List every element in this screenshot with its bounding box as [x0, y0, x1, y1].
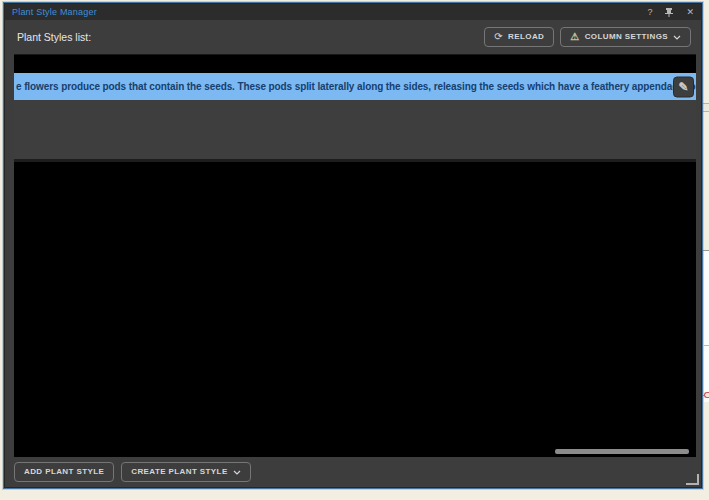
panel-body: Plant Style Manager ? ✕ Plant Styles lis… — [5, 4, 701, 487]
background-artifact-line — [703, 250, 709, 251]
chevron-down-icon — [673, 35, 681, 40]
plant-styles-list-label: Plant Styles list: — [17, 31, 91, 43]
titlebar-controls: ? ✕ — [647, 8, 694, 17]
create-plant-style-button[interactable]: CREATE PLANT STYLE — [121, 462, 250, 482]
footer-bar: ADD PLANT STYLE CREATE PLANT STYLE — [5, 457, 701, 487]
background-artifact-white-strip — [704, 250, 709, 402]
toolbar-buttons: ⟳ RELOAD ⚠ COLUMN SETTINGS — [484, 27, 691, 47]
edit-description-button[interactable]: ✎ — [673, 76, 694, 97]
background-artifact-line — [704, 345, 709, 346]
plant-style-manager-window: Plant Style Manager ? ✕ Plant Styles lis… — [3, 2, 703, 489]
reload-icon: ⟳ — [494, 32, 503, 42]
plant-styles-table[interactable]: e flowers produce pods that contain the … — [14, 54, 696, 457]
table-header-row — [14, 55, 696, 73]
toolbar: Plant Styles list: ⟳ RELOAD ⚠ COLUMN SET… — [5, 20, 701, 54]
table-rows-area[interactable] — [14, 100, 696, 162]
background-artifact-red-marker — [704, 392, 709, 398]
titlebar[interactable]: Plant Style Manager ? ✕ — [5, 4, 701, 20]
pencil-icon: ✎ — [679, 73, 689, 100]
column-settings-button-label: COLUMN SETTINGS — [585, 32, 668, 42]
window-title: Plant Style Manager — [12, 7, 97, 17]
reload-button-label: RELOAD — [508, 32, 544, 42]
table-empty-area — [14, 162, 696, 457]
warning-icon: ⚠ — [570, 32, 579, 42]
selected-plant-style-row[interactable]: e flowers produce pods that contain the … — [14, 73, 696, 100]
background-artifact-palette-corner — [702, 103, 709, 112]
create-plant-style-label: CREATE PLANT STYLE — [131, 467, 227, 477]
pin-icon[interactable] — [665, 8, 673, 17]
add-plant-style-button[interactable]: ADD PLANT STYLE — [14, 462, 114, 482]
column-settings-button[interactable]: ⚠ COLUMN SETTINGS — [560, 27, 691, 47]
close-icon[interactable]: ✕ — [686, 8, 694, 17]
reload-button[interactable]: ⟳ RELOAD — [484, 27, 554, 47]
add-plant-style-label: ADD PLANT STYLE — [24, 467, 104, 477]
horizontal-scrollbar-thumb[interactable] — [555, 449, 689, 454]
chevron-down-icon — [233, 470, 241, 475]
help-icon[interactable]: ? — [647, 8, 652, 17]
selected-row-description-text: e flowers produce pods that contain the … — [16, 81, 696, 92]
resize-grip[interactable] — [686, 474, 699, 485]
